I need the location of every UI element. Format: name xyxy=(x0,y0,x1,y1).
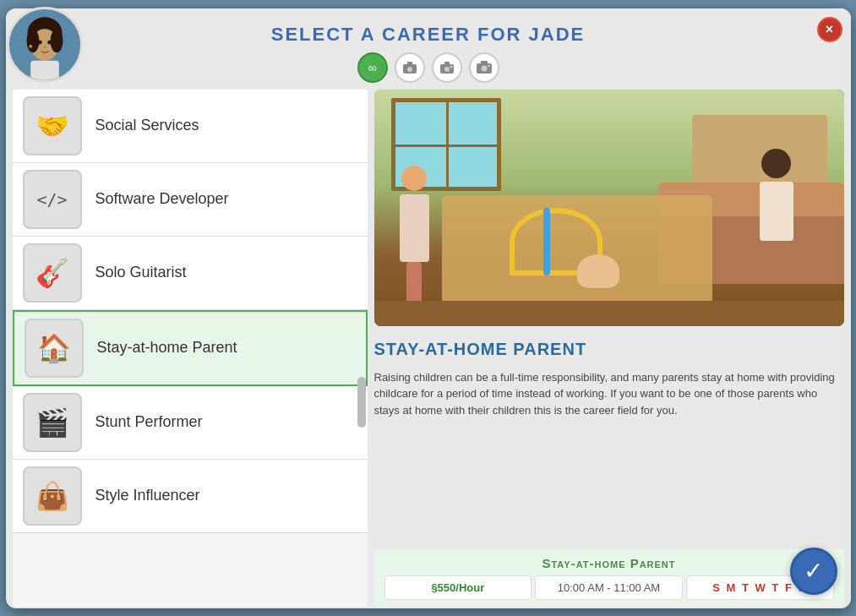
career-item-solo-guitarist[interactable]: 🎸 Solo Guitarist xyxy=(13,237,368,310)
stay-at-home-parent-icon: 🏠 xyxy=(25,319,84,378)
svg-rect-9 xyxy=(481,61,488,64)
career-item-software-developer[interactable]: </> Software Developer xyxy=(13,163,368,237)
selected-career-title: Stay-at-home Parent xyxy=(374,333,844,363)
career-selection-modal: × Select a Career for Jade ∞ xyxy=(6,8,851,608)
svg-point-8 xyxy=(481,65,487,71)
svg-rect-17 xyxy=(30,61,59,80)
software-developer-label: Software Developer xyxy=(95,190,229,208)
career-detail-panel: Stay-at-home Parent Raising children can… xyxy=(374,90,844,607)
svg-point-4 xyxy=(444,67,450,72)
career-image xyxy=(374,90,844,326)
modal-title: Select a Career for Jade xyxy=(6,24,851,46)
confirm-icon: ✓ xyxy=(804,557,823,585)
style-influencer-label: Style Influencer xyxy=(95,487,200,504)
avatar xyxy=(7,7,83,83)
career-list[interactable]: 🤝 Social Services </> Software Developer… xyxy=(13,90,368,607)
style-influencer-icon: 👜 xyxy=(23,466,82,526)
stat-salary: §550/Hour xyxy=(384,575,532,600)
svg-rect-6 xyxy=(444,62,450,65)
pack-icons-row: ∞ xyxy=(6,52,851,83)
stunt-performer-label: Stunt Performer xyxy=(95,413,203,431)
career-item-social-services[interactable]: 🤝 Social Services xyxy=(13,90,368,163)
career-stats-label: Stay-at-home Parent xyxy=(384,556,834,570)
pack-icon-camera3[interactable] xyxy=(469,52,499,83)
career-stats-bar: Stay-at-home Parent §550/Hour 10:00 AM -… xyxy=(374,549,844,607)
career-item-style-influencer[interactable]: 👜 Style Influencer xyxy=(13,460,368,533)
social-services-icon: 🤝 xyxy=(23,96,82,155)
stat-hours: 10:00 AM - 11:00 AM xyxy=(535,575,683,600)
software-developer-icon: </> xyxy=(23,170,82,229)
stay-at-home-parent-label: Stay-at-home Parent xyxy=(97,339,237,357)
confirm-button[interactable]: ✓ xyxy=(790,548,837,595)
solo-guitarist-label: Solo Guitarist xyxy=(95,264,187,281)
career-item-stay-at-home-parent[interactable]: 🏠 Stay-at-home Parent xyxy=(13,310,368,386)
scrollbar-thumb[interactable] xyxy=(357,377,366,428)
career-stats-row: §550/Hour 10:00 AM - 11:00 AM S M T W T … xyxy=(384,575,834,600)
svg-point-20 xyxy=(29,45,32,48)
pack-icon-infinity[interactable]: ∞ xyxy=(357,52,388,83)
close-button[interactable]: × xyxy=(817,17,842,42)
selected-career-description: Raising children can be a full-time resp… xyxy=(374,369,844,426)
svg-rect-10 xyxy=(488,65,490,67)
solo-guitarist-icon: 🎸 xyxy=(23,243,82,303)
modal-header: Select a Career for Jade ∞ xyxy=(6,8,851,90)
svg-point-18 xyxy=(27,29,40,52)
svg-point-16 xyxy=(43,46,46,48)
stunt-performer-icon: 🎬 xyxy=(23,393,82,452)
avatar-image xyxy=(9,7,80,83)
pack-icon-camera2[interactable] xyxy=(432,52,462,83)
social-services-label: Social Services xyxy=(95,117,199,134)
svg-point-1 xyxy=(407,67,412,72)
career-scene xyxy=(374,90,844,326)
close-icon: × xyxy=(826,22,833,37)
modal-body: 🤝 Social Services </> Software Developer… xyxy=(6,90,851,608)
svg-point-19 xyxy=(51,29,63,52)
pack-icon-camera1[interactable] xyxy=(395,52,425,83)
svg-point-5 xyxy=(450,65,452,68)
svg-rect-2 xyxy=(407,62,412,65)
career-item-stunt-performer[interactable]: 🎬 Stunt Performer xyxy=(13,386,368,460)
